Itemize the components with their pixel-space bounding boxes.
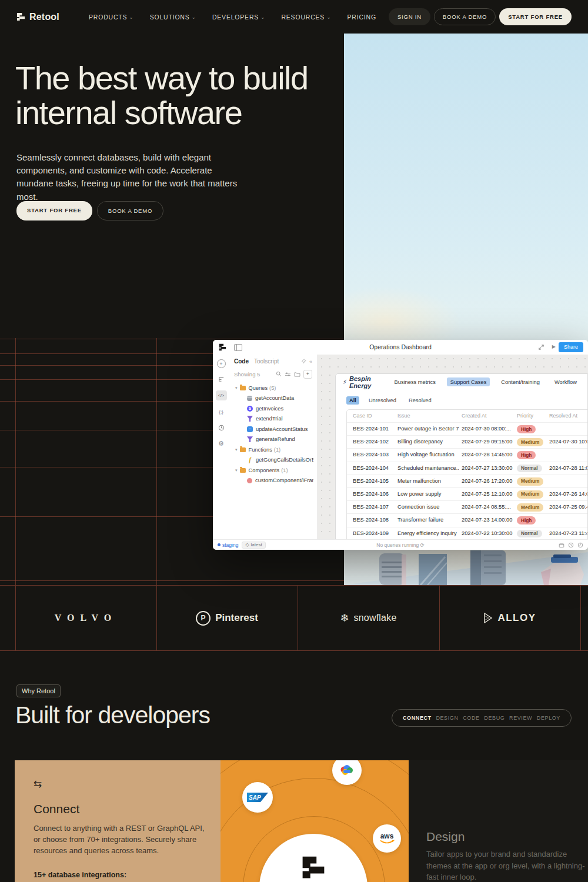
resolved-at-cell: 2024-07-28 11:00:00 xyxy=(549,462,588,475)
table-row[interactable]: BES-2024-102 Billing discrepancy 2024-07… xyxy=(347,435,588,448)
history-icon[interactable] xyxy=(216,423,226,432)
filter-tab[interactable]: Resolved xyxy=(406,396,435,405)
pin-icon[interactable] xyxy=(301,359,306,364)
priority-cell: Medium xyxy=(517,436,547,449)
query-tree-item[interactable]: extendTrial xyxy=(229,414,313,425)
nav-link[interactable]: RESOURCES ⌄ xyxy=(281,14,331,21)
share-button[interactable]: Share xyxy=(559,342,583,352)
query-tree-item[interactable]: ▾ Functions (1) xyxy=(229,445,313,455)
table-row[interactable]: BES-2024-103 High voltage fluctuation 20… xyxy=(347,448,588,461)
nav-link[interactable]: PRICING xyxy=(348,14,378,21)
column-header[interactable]: Resolved At xyxy=(549,410,588,422)
tab-toolscript[interactable]: Toolscript xyxy=(254,358,279,365)
priority-badge: High xyxy=(517,451,536,459)
table-row[interactable]: BES-2024-106 Low power supply 2024-07-25… xyxy=(347,487,588,500)
nav-links: PRODUCTS ⌄ SOLUTIONS ⌄ DEVELOPERS ⌄ RESO… xyxy=(89,14,378,21)
app-nav-tab[interactable]: Content/training xyxy=(497,377,543,386)
query-type-icon xyxy=(247,396,252,401)
new-folder-icon[interactable] xyxy=(294,372,300,377)
add-icon[interactable]: + xyxy=(217,359,226,368)
column-header[interactable]: Priority xyxy=(517,410,547,422)
table-row[interactable]: BES-2024-101 Power outage in Sector 7 20… xyxy=(347,422,588,435)
case-id-cell: BES-2024-101 xyxy=(353,423,392,435)
integrations-label: 15+ database integrations: xyxy=(34,871,202,879)
gear-icon[interactable]: ⚙ xyxy=(216,439,226,448)
priority-badge: Medium xyxy=(517,438,543,446)
query-label: Queries xyxy=(249,385,268,391)
expand-icon[interactable] xyxy=(538,344,544,350)
archive-icon[interactable] xyxy=(559,542,564,548)
column-header[interactable]: Created At xyxy=(462,410,513,422)
query-tree: ▾ Queries (5) getAccountData getInvoices xyxy=(229,383,317,486)
retool-logo[interactable]: Retool xyxy=(16,12,59,22)
query-tree-item[interactable]: getGongCallsDetailsOrEmpty xyxy=(229,455,313,466)
nav-link[interactable]: PRODUCTS ⌄ xyxy=(89,14,134,21)
query-type-icon xyxy=(247,416,253,422)
caret-icon: ▾ xyxy=(235,447,238,452)
hero-start-free-button[interactable]: START FOR FREE xyxy=(16,201,92,220)
table-row[interactable]: BES-2024-104 Scheduled maintenance... 20… xyxy=(347,462,588,475)
filter-tab[interactable]: All xyxy=(346,396,359,405)
feature-tab[interactable]: CONNECT xyxy=(403,715,432,721)
showing-count: Showing 5 xyxy=(234,371,260,377)
app-nav-tab[interactable]: Support Cases xyxy=(447,377,490,386)
priority-cell: High xyxy=(517,449,547,462)
sign-in-button[interactable]: SIGN IN xyxy=(389,8,430,25)
bespin-energy-logo: ⚡ Bespin Energy xyxy=(343,375,378,389)
query-tree-item[interactable]: ▾ Queries (5) xyxy=(229,383,313,393)
column-header[interactable]: Case ID xyxy=(353,410,392,422)
query-tree-item[interactable]: customComponent/iFrameC… xyxy=(229,476,313,486)
filter-sliders-icon[interactable] xyxy=(285,372,291,377)
retool-center-icon xyxy=(301,855,326,880)
created-at-cell: 2024-07-22 10:30:00 xyxy=(462,527,513,540)
filter-tab[interactable]: Unresolved xyxy=(366,396,399,405)
play-icon[interactable]: ▶ xyxy=(552,343,556,350)
created-at-cell: 2024-07-25 12:10:00 xyxy=(462,488,513,500)
case-filters: AllUnresolvedResolved xyxy=(346,396,435,405)
query-tree-item[interactable]: generateRefund xyxy=(229,435,313,445)
table-row[interactable]: BES-2024-107 Connection issue 2024-07-24… xyxy=(347,500,588,513)
state-icon[interactable]: {;} xyxy=(216,407,226,416)
column-header[interactable]: Issue xyxy=(397,410,459,422)
book-demo-button[interactable]: BOOK A DEMO xyxy=(434,8,496,25)
query-tree-item[interactable]: getInvoices xyxy=(229,403,313,414)
new-query-button[interactable]: + xyxy=(303,370,312,379)
code-panel: Code Toolscript « Showing 5 + xyxy=(229,355,318,540)
feature-tab[interactable]: DESIGN xyxy=(436,715,458,721)
collapse-panel-icon[interactable]: « xyxy=(309,359,312,365)
priority-badge: Normal xyxy=(517,530,542,538)
code-panel-icon[interactable]: </> xyxy=(216,390,227,400)
tab-code[interactable]: Code xyxy=(234,358,249,365)
table-row[interactable]: BES-2024-109 Energy efficiency inquiry 2… xyxy=(347,527,588,540)
feature-tab[interactable]: DEBUG xyxy=(484,715,505,721)
query-tree-item[interactable]: ▾ Components (1) xyxy=(229,465,313,476)
table-row[interactable]: BES-2024-108 Transformer failure 2024-07… xyxy=(347,513,588,526)
google-cloud-icon xyxy=(339,764,355,776)
why-retool-badge: Why Retool xyxy=(16,684,61,697)
start-free-button[interactable]: START FOR FREE xyxy=(499,8,572,25)
query-type-icon xyxy=(240,386,246,390)
tree-view-icon[interactable] xyxy=(216,375,226,384)
feature-tab[interactable]: CODE xyxy=(463,715,479,721)
clock-icon[interactable] xyxy=(568,542,574,548)
query-tree-item[interactable]: getAccountData xyxy=(229,393,313,404)
query-type-icon xyxy=(240,447,246,452)
hero-book-demo-button[interactable]: BOOK A DEMO xyxy=(97,201,163,220)
nav-link[interactable]: DEVELOPERS ⌄ xyxy=(212,14,266,21)
search-icon[interactable] xyxy=(276,371,282,377)
query-status: No queries running ⟳ xyxy=(213,542,588,548)
app-nav-tab[interactable]: Workflow xyxy=(551,377,580,386)
issue-cell: Power outage in Sector 7 xyxy=(397,423,459,435)
priority-cell: High xyxy=(517,514,547,527)
feature-tab[interactable]: DEPLOY xyxy=(537,715,560,721)
table-body: BES-2024-101 Power outage in Sector 7 20… xyxy=(347,422,588,540)
brand-name: Retool xyxy=(29,12,59,22)
query-type-icon xyxy=(247,436,253,442)
nav-link[interactable]: SOLUTIONS ⌄ xyxy=(150,14,196,21)
query-tree-item[interactable]: updateAccountStatus xyxy=(229,424,313,435)
app-nav-tab[interactable]: Business metrics xyxy=(391,377,439,386)
feature-tab[interactable]: REVIEW xyxy=(509,715,532,721)
timer-icon[interactable] xyxy=(577,542,583,548)
table-row[interactable]: BES-2024-105 Meter malfunction 2024-07-2… xyxy=(347,475,588,487)
connect-card: ⇆ Connect Connect to anything with a RES… xyxy=(15,760,220,882)
